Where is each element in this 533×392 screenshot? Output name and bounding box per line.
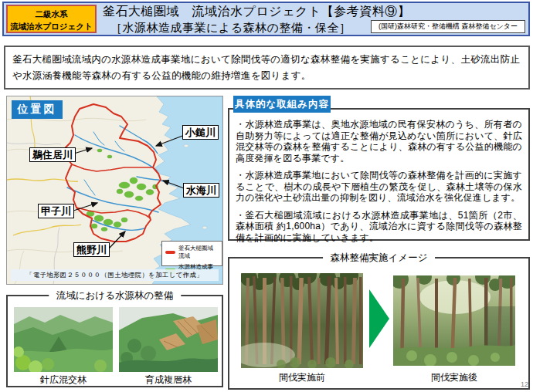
badge-line1: 二級水系 <box>8 8 95 20</box>
location-map: 位置図 小鎚川 鵜住居川 水海川 甲子川 熊野川 釜石大槌圏域流域 水源林造成事… <box>6 96 223 285</box>
photo-mixed-forest <box>14 307 113 372</box>
map-source-caption: 「電子地形図２５０００（国土地理院）を加工して作成」 <box>11 269 219 281</box>
page-title: 釜石大槌圏域 流域治水プロジェクト【参考資料⑨】 ［水源林造成事業による森林の整… <box>103 4 410 35</box>
photo-before-thinning <box>241 273 363 368</box>
river-label-kozuchi: 小鎚川 <box>182 125 219 140</box>
details-section-header: 具体的な取組み内容 <box>233 96 331 113</box>
thinning-gallery: 森林整備実施イメージ <box>228 257 530 390</box>
page-number: 12 <box>521 380 528 388</box>
details-bullet-1: ・水源林造成事業は、奥地水源地域の民有保安林のうち、所有者の自助努力等によっては… <box>236 119 522 164</box>
legend-item-basin: 釜石大槌圏域流域 <box>165 245 219 260</box>
left-gallery-title: 流域における水源林の整備 <box>49 289 181 302</box>
caption-mixed-forest: 針広混交林 <box>14 373 113 387</box>
legend-label-basin: 釜石大槌圏域流域 <box>178 245 219 260</box>
badge-line2: 流域治水プロジェクト <box>8 20 95 32</box>
right-gallery-title: 森林整備実施イメージ <box>323 252 436 265</box>
map-title-tag: 位置図 <box>12 100 63 119</box>
page-title-line1: 釜石大槌圏域 流域治水プロジェクト【参考資料⑨】 <box>103 4 410 20</box>
river-label-kumano: 熊野川 <box>73 242 110 257</box>
river-label-kasshi: 甲子川 <box>38 204 74 218</box>
photo-after-thinning <box>393 275 515 366</box>
river-label-unosumai: 鵜住居川 <box>29 147 76 162</box>
photo-multistory-forest <box>119 307 218 372</box>
legend-swatch-basin <box>165 251 175 254</box>
header-bar: 二級水系 流域治水プロジェクト 釜石大槌圏域 流域治水プロジェクト【参考資料⑨】… <box>2 2 530 36</box>
page-title-line2: ［水源林造成事業による森林の整備・保全］ <box>103 21 410 35</box>
right-arrow-icon <box>369 289 389 348</box>
organization-label: (国研)森林研究・整備機構 森林整備センター <box>371 20 525 33</box>
slide-page: 二級水系 流域治水プロジェクト 釜石大槌圏域 流域治水プロジェクト【参考資料⑨】… <box>0 0 533 392</box>
details-bullet-2: ・水源林造成事業地において除間伐等の森林整備を計画的に実施することで、樹木の成長… <box>236 170 522 204</box>
details-bullet-3: ・釜石大槌圏域流域における水源林造成事業地は、51箇所（2市、森林面積 約1,6… <box>236 210 522 244</box>
details-box: ・水源林造成事業は、奥地水源地域の民有保安林のうち、所有者の自助努力等によっては… <box>228 108 530 241</box>
summary-box: 釜石大槌圏域流域内の水源林造成事業地において除間伐等の適切な森林整備を実施するこ… <box>4 46 530 90</box>
watershed-forest-gallery: 流域における水源林の整備 <box>6 295 223 387</box>
river-label-mizuumi: 水海川 <box>183 183 219 198</box>
caption-before-thinning: 間伐実施前 <box>241 371 363 384</box>
caption-after-thinning: 間伐実施後 <box>393 371 515 384</box>
caption-multistory-forest: 育成複層林 <box>119 373 218 387</box>
watershed-class-badge: 二級水系 流域治水プロジェクト <box>6 5 97 33</box>
map-legend: 釜石大槌圏域流域 水源林造成事業地 <box>161 241 222 266</box>
